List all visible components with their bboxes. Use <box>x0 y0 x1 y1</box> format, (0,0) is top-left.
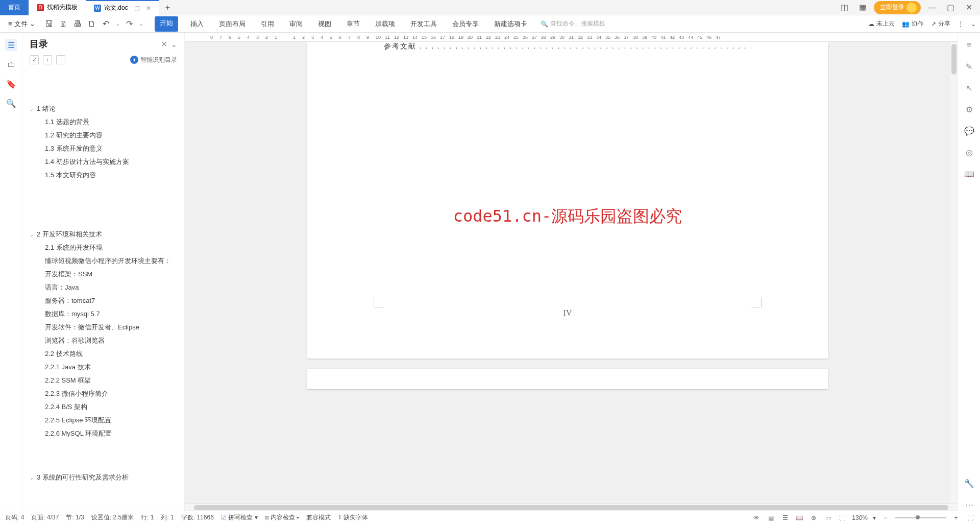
outline-item[interactable]: 1.1 选题的背景 <box>30 115 184 129</box>
outline-item[interactable]: 2.2 技术路线 <box>30 347 184 361</box>
outline-item[interactable]: 开发框架：SSM <box>30 268 184 281</box>
sb-words[interactable]: 字数: 11666 <box>181 513 214 522</box>
outline-item[interactable]: 1.5 本文研究内容 <box>30 169 184 182</box>
save-as-icon[interactable]: 🗎 <box>59 19 68 29</box>
tab-close-icon[interactable]: ✕ <box>146 5 151 12</box>
outline-item[interactable]: 服务器：tomcat7 <box>30 294 184 307</box>
more-tools-icon[interactable]: ⋯ <box>963 498 975 511</box>
horizontal-scrollbar[interactable] <box>185 504 958 511</box>
ribbon-tab-view[interactable]: 视图 <box>315 16 334 32</box>
print-preview-icon[interactable]: 🗋 <box>87 19 96 29</box>
horizontal-scrollbar-thumb[interactable] <box>194 505 948 510</box>
ribbon-tab-custom[interactable]: 新建选项卡 <box>491 16 530 32</box>
location-icon[interactable]: ◎ <box>963 146 975 158</box>
qat-dropdown-icon[interactable]: ⌄ <box>139 21 143 27</box>
settings-icon[interactable]: ⚙ <box>963 103 975 115</box>
outline-item[interactable]: 1.4 初步设计方法与实施方案 <box>30 155 184 169</box>
ribbon-tab-review[interactable]: 审阅 <box>286 16 306 32</box>
tab-document[interactable]: W 论文.doc ▢ ✕ <box>86 0 159 15</box>
read-icon[interactable]: 📖 <box>963 168 975 180</box>
edit-icon[interactable]: ✎ <box>963 60 975 73</box>
toc-remove-icon[interactable]: − <box>56 55 65 64</box>
ribbon-tab-references[interactable]: 引用 <box>258 16 277 32</box>
sb-page[interactable]: 页面: 4/37 <box>31 513 59 522</box>
outline-view-icon[interactable]: ☰ <box>780 513 790 522</box>
ribbon-tab-developer[interactable]: 开发工具 <box>407 16 440 32</box>
outline-item[interactable]: 数据库：mysql 5.7 <box>30 307 184 321</box>
focus-view-icon[interactable]: ▭ <box>823 513 832 522</box>
outline-item[interactable]: 懂球短视频微信小程序的开发环境主要有： <box>30 254 184 268</box>
more-icon[interactable]: ⋮ <box>958 20 964 28</box>
fit-width-icon[interactable]: ⛶ <box>838 513 847 522</box>
outline-item[interactable]: 语言：Java <box>30 281 184 294</box>
select-icon[interactable]: ↖ <box>963 82 975 94</box>
outline-item[interactable]: 1.3 系统开发的意义 <box>30 142 184 155</box>
outline-icon[interactable]: ☰ <box>5 39 17 51</box>
search-rail-icon[interactable]: 🔍 <box>5 97 17 109</box>
close-icon[interactable]: ✕ <box>962 1 976 15</box>
outline-item[interactable]: ⌄1 绪论 <box>30 102 184 115</box>
outline-item[interactable]: ⌄3 系统的可行性研究及需求分析 <box>30 471 184 484</box>
sb-compat[interactable]: 兼容模式 <box>306 513 331 522</box>
sb-section[interactable]: 节: 1/3 <box>66 513 84 522</box>
document-viewport[interactable]: 参考文献 . . . . . . . . . . . . . . . . . .… <box>185 42 950 504</box>
outline-close-icon[interactable]: ✕ <box>161 39 167 49</box>
ribbon-tab-insert[interactable]: 插入 <box>187 16 207 32</box>
vertical-scrollbar[interactable] <box>950 42 958 504</box>
outline-item[interactable]: 2.2.4 B/S 架构 <box>30 400 184 414</box>
sb-setting[interactable]: 设置值: 2.5厘米 <box>91 513 134 522</box>
read-view-icon[interactable]: 📖 <box>795 513 804 522</box>
collab-button[interactable]: 👥协作 <box>902 19 924 28</box>
tab-template[interactable]: D 找稻壳模板 <box>29 0 86 15</box>
new-tab-button[interactable]: + <box>159 3 176 12</box>
layout-icon[interactable]: ◫ <box>837 1 851 15</box>
outline-item[interactable]: 2.2.2 SSM 框架 <box>30 374 184 387</box>
outline-item[interactable]: 2.2.3 微信小程序简介 <box>30 387 184 400</box>
outline-pin-icon[interactable]: ⌄ <box>170 39 177 49</box>
fullscreen-icon[interactable]: ⛶ <box>966 513 975 522</box>
file-menu[interactable]: ≡ 文件 ⌄ <box>4 19 39 29</box>
zoom-in-icon[interactable]: + <box>951 513 961 522</box>
collapse-icon[interactable]: ≡ <box>963 39 975 51</box>
bookmark-icon[interactable]: 🔖 <box>5 78 17 90</box>
tools-icon[interactable]: 🔧 <box>963 477 975 489</box>
ribbon-tab-addins[interactable]: 加载项 <box>372 16 398 32</box>
toc-check-icon[interactable]: ✓ <box>30 55 39 64</box>
zoom-out-icon[interactable]: − <box>881 513 890 522</box>
share-button[interactable]: ↗分享 <box>931 19 950 28</box>
outline-item[interactable]: 2.2.1 Java 技术 <box>30 361 184 374</box>
ribbon-tab-chapter[interactable]: 章节 <box>344 16 363 32</box>
tab-restore-icon[interactable]: ▢ <box>134 5 140 12</box>
zoom-slider[interactable] <box>895 517 946 518</box>
ribbon-tab-start[interactable]: 开始 <box>155 16 178 32</box>
vertical-scrollbar-thumb[interactable] <box>951 44 957 75</box>
sb-missing-font[interactable]: T 缺失字体 <box>338 513 368 522</box>
folder-icon[interactable]: 🗀 <box>5 58 17 70</box>
chat-icon[interactable]: 💬 <box>963 125 975 137</box>
outline-item[interactable]: 浏览器：谷歌浏览器 <box>30 334 184 347</box>
toc-add-icon[interactable]: + <box>43 55 52 64</box>
sb-spellcheck[interactable]: ☑ 拼写检查 ▾ <box>221 513 258 522</box>
zoom-slider-thumb[interactable] <box>916 515 920 519</box>
smart-toc-button[interactable]: ✦ 智能识别目录 <box>130 56 177 64</box>
horizontal-ruler[interactable]: 8765432112345678910111213141516171819202… <box>185 33 958 42</box>
outline-item[interactable]: 开发软件：微信开发者、Eclipse <box>30 321 184 334</box>
sb-row[interactable]: 行: 1 <box>141 513 154 522</box>
maximize-icon[interactable]: ▢ <box>943 1 958 15</box>
command-search[interactable]: 🔍 查找命令、搜索模板 <box>541 19 605 28</box>
redo-icon[interactable]: ↷ <box>125 19 134 29</box>
save-icon[interactable]: 🖫 <box>44 19 54 29</box>
web-view-icon[interactable]: ⊕ <box>809 513 818 522</box>
tab-home[interactable]: 首页 <box>0 0 29 15</box>
cloud-status[interactable]: ☁未上云 <box>868 19 895 28</box>
undo-icon[interactable]: ↶ <box>102 19 111 29</box>
outline-list[interactable]: ⌄1 绪论1.1 选题的背景1.2 研究的主要内容1.3 系统开发的意义1.4 … <box>22 67 184 511</box>
undo-dropdown-icon[interactable]: ⌄ <box>116 21 120 27</box>
outline-item[interactable]: 2.2.6 MySQL 环境配置 <box>30 427 184 440</box>
sb-col[interactable]: 列: 1 <box>161 513 174 522</box>
outline-item[interactable]: 1.2 研究的主要内容 <box>30 129 184 142</box>
sb-page-no[interactable]: 页码: 4 <box>5 513 24 522</box>
collapse-ribbon-icon[interactable]: ⌄ <box>971 20 976 28</box>
print-icon[interactable]: 🖶 <box>73 19 82 29</box>
outline-item[interactable]: 2.1 系统的开发环境 <box>30 241 184 254</box>
